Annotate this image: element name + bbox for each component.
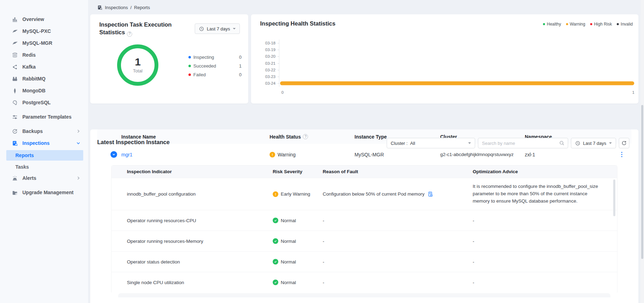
sidebar-item-redis[interactable]: Redis <box>0 49 88 61</box>
health-chart-row: 03-20 <box>259 53 634 60</box>
filter-bar: Cluster : All Last 7 days <box>387 138 630 148</box>
advice-cell: - <box>473 239 607 244</box>
check-icon <box>273 218 278 223</box>
legend-label: Healthy <box>547 22 561 27</box>
sidebar-item-mongodb[interactable]: MongoDB <box>0 85 88 97</box>
kafka-icon <box>12 64 18 70</box>
severity-cell: Early Warning <box>273 191 323 197</box>
sidebar-item-label: PostgreSQL <box>22 100 80 106</box>
sidebar-item-label: MySQL-MGR <box>22 40 80 46</box>
sidebar-item-label: Overview <box>22 16 80 22</box>
sidebar-item-mysql-pxc[interactable]: MySQL-PXC <box>0 25 88 37</box>
sidebar-item-label: Kafka <box>22 64 80 70</box>
legend-item-healthy: Healthy <box>543 22 561 27</box>
indicator-cell: Operator status detection <box>127 259 273 265</box>
header-reason-of-fault: Reason of Fault <box>323 169 473 174</box>
sliders-icon <box>12 114 18 120</box>
health-status-text: Warning <box>278 152 296 157</box>
y-tick-label: 03-24 <box>259 81 279 85</box>
bar-chart-icon <box>12 16 18 22</box>
dolphin-icon <box>12 40 18 46</box>
legend-label: Failed <box>193 72 239 77</box>
sidebar-item-postgresql[interactable]: PostgreSQL <box>0 97 88 108</box>
cluster-filter-label: Cluster : <box>391 141 408 146</box>
sidebar: Overview MySQL-PXC MySQL-MGR Redis <box>0 0 88 303</box>
severity-cell: Normal <box>273 238 323 244</box>
severity-cell: Normal <box>273 259 323 265</box>
sidebar-item-parameter-templates[interactable]: Parameter Templates <box>0 108 88 125</box>
legend-dot <box>590 23 592 25</box>
sidebar-item-rabbitmq[interactable]: RabbitMQ <box>0 73 88 85</box>
health-chart-row: 03-22 <box>259 66 634 73</box>
collapse-row-icon[interactable] <box>110 151 117 158</box>
refresh-button[interactable] <box>619 138 629 148</box>
latest-inspection-card: Latest Inspection Instance Cluster : All <box>90 129 638 303</box>
warning-icon <box>270 152 275 157</box>
legend-label: High Risk <box>594 22 612 27</box>
page-scrollbar-thumb[interactable] <box>641 105 643 259</box>
header-inspection-indicator: Inspection Indicator <box>127 169 273 174</box>
clock-icon <box>199 26 204 31</box>
reason-text: Configuration below 50% of current Pod m… <box>323 191 424 197</box>
sidebar-item-tasks[interactable]: Tasks <box>0 162 88 172</box>
sidebar-item-backups[interactable]: Backups <box>0 125 88 137</box>
sidebar-item-kafka[interactable]: Kafka <box>0 61 88 73</box>
sidebar-item-label: MongoDB <box>22 88 80 94</box>
reason-cell: Configuration below 50% of current Pod m… <box>323 191 473 197</box>
caret-down-icon <box>609 142 612 145</box>
caret-down-icon <box>468 142 471 145</box>
period-select-task-stats[interactable]: Last 7 days <box>195 23 240 34</box>
sidebar-item-label: Tasks <box>15 164 29 170</box>
sidebar-item-mysql-mgr[interactable]: MySQL-MGR <box>0 37 88 49</box>
severity-text: Normal <box>281 280 296 285</box>
dolphin-icon <box>12 28 18 34</box>
legend-dot <box>543 23 545 25</box>
inspection-report-icon <box>97 5 102 10</box>
legend-item-inspecting: Inspecting 0 <box>188 53 242 62</box>
row-actions-menu-icon[interactable] <box>618 150 625 159</box>
view-report-icon[interactable] <box>428 191 433 197</box>
severity-text: Normal <box>281 259 296 265</box>
severity-text: Normal <box>281 218 296 223</box>
help-icon[interactable]: ? <box>303 134 308 139</box>
health-bar <box>280 82 634 85</box>
donut-total-value: 1 <box>135 57 141 67</box>
panel-vertical-scrollbar[interactable] <box>613 179 615 216</box>
search-input[interactable] <box>482 141 559 146</box>
y-tick-label: 03-22 <box>259 68 279 72</box>
health-legend: Healthy Warning High Risk Invalid <box>543 22 633 27</box>
legend-dot <box>188 65 191 67</box>
sidebar-item-inspections[interactable]: Inspections <box>0 137 88 149</box>
check-icon <box>273 259 278 265</box>
legend-label: Succeeded <box>193 63 239 69</box>
reason-cell: - <box>323 239 473 244</box>
cluster-filter-select[interactable]: Cluster : All <box>387 138 475 148</box>
help-icon[interactable]: ? <box>127 31 132 37</box>
sidebar-item-label: Inspections <box>22 140 72 146</box>
sidebar-item-label: Redis <box>22 52 80 58</box>
leaf-icon <box>12 88 18 94</box>
elephant-icon <box>12 100 18 106</box>
panel-horizontal-scrollbar[interactable] <box>118 293 610 297</box>
stack-icon <box>12 52 18 58</box>
breadcrumb: Inspections / Reports <box>97 3 638 11</box>
sidebar-item-upgrade-management[interactable]: Upgrade Management <box>0 184 88 201</box>
instance-name-link[interactable]: mgr1 <box>121 152 133 157</box>
detail-header: Inspection Indicator Risk Severity Reaso… <box>112 165 617 178</box>
chevron-down-icon <box>76 141 80 145</box>
breadcrumb-parent[interactable]: Inspections <box>105 5 128 10</box>
sidebar-item-reports[interactable]: Reports <box>6 150 83 161</box>
y-tick-label: 03-19 <box>259 48 279 52</box>
sidebar-item-overview[interactable]: Overview <box>0 13 88 25</box>
health-chart-row: 03-21 <box>259 60 634 66</box>
search-box <box>478 138 568 148</box>
advice-cell: - <box>473 218 607 223</box>
legend-item-warning: Warning <box>566 22 585 27</box>
warning-icon <box>273 191 278 197</box>
health-status-cell: Warning <box>270 152 355 157</box>
period-select-instances[interactable]: Last 7 days <box>571 138 616 148</box>
search-icon[interactable] <box>559 140 565 146</box>
detail-row: innodb_buffer_pool configuration Early W… <box>112 178 617 210</box>
sidebar-item-alerts[interactable]: Alerts <box>0 172 88 184</box>
folder-gear-icon <box>12 190 18 196</box>
